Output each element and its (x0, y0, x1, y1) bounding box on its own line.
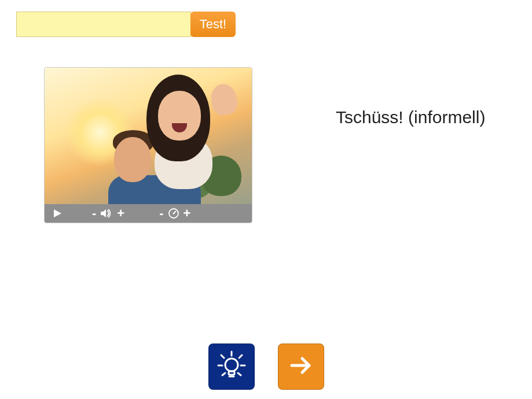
media-card: - + - + (44, 67, 252, 223)
volume-minus-button[interactable]: - (92, 207, 96, 220)
speed-plus-button[interactable]: + (184, 207, 191, 220)
answer-input[interactable] (16, 12, 191, 37)
svg-line-6 (221, 355, 224, 358)
volume-plus-button[interactable]: + (117, 207, 124, 220)
svg-line-7 (239, 355, 242, 358)
arrow-right-icon (287, 352, 315, 382)
media-controls: - + - + (45, 204, 252, 223)
svg-line-11 (238, 373, 241, 375)
prompt-image (45, 68, 252, 204)
lightbulb-icon (216, 350, 247, 383)
bottom-button-row (0, 343, 532, 390)
svg-line-10 (222, 373, 225, 375)
play-icon[interactable] (53, 209, 62, 218)
speed-minus-button[interactable]: - (159, 207, 163, 220)
svg-marker-0 (54, 209, 61, 217)
hint-button[interactable] (208, 343, 255, 390)
prompt-text: Tschüss! (informell) (336, 108, 485, 127)
volume-icon[interactable] (101, 209, 112, 218)
svg-rect-13 (229, 371, 234, 375)
test-button[interactable]: Test! (190, 12, 236, 37)
svg-point-4 (173, 213, 174, 215)
svg-marker-1 (101, 209, 106, 217)
svg-point-12 (225, 359, 238, 371)
answer-row: Test! (16, 12, 236, 37)
speed-icon[interactable] (168, 208, 179, 219)
next-button[interactable] (278, 343, 324, 390)
